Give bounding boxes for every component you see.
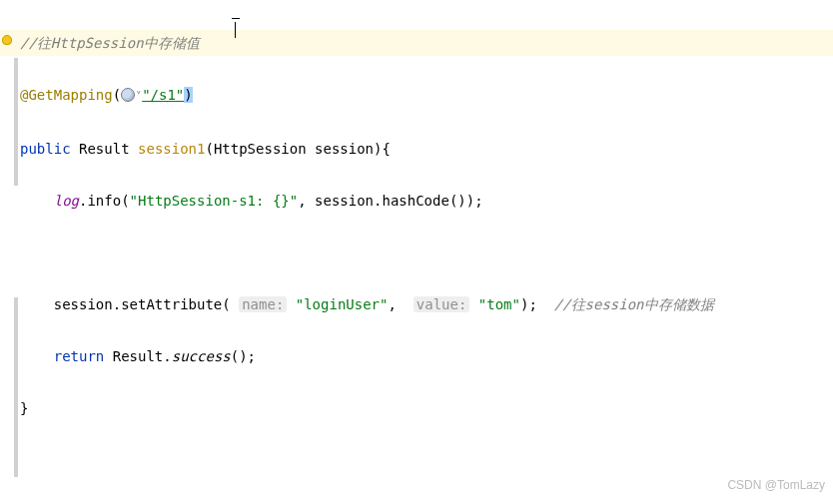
text: Result. — [104, 348, 171, 364]
watermark: CSDN @TomLazy — [727, 472, 825, 498]
string: "loginUser" — [296, 296, 389, 312]
text: ); — [520, 296, 537, 312]
url-mapping-link[interactable]: "/s1" — [142, 87, 184, 103]
globe-icon[interactable] — [121, 88, 135, 102]
code-editor[interactable]: //往HttpSession中存储值 @GetMapping(˅"/s1") p… — [0, 0, 833, 504]
keyword: return — [54, 348, 105, 364]
brace: } — [20, 400, 28, 416]
comment: //往HttpSession中存储值 — [20, 35, 200, 51]
method-fold-gutter[interactable] — [14, 297, 18, 477]
type: Result — [79, 141, 130, 157]
method-name: session1 — [138, 141, 205, 157]
text: (HttpSession session){ — [205, 141, 390, 157]
intention-bulb-icon[interactable] — [2, 35, 14, 47]
method-fold-gutter[interactable] — [14, 58, 18, 186]
text: .info( — [79, 193, 130, 209]
text: (); — [231, 348, 256, 364]
text: , — [388, 296, 405, 312]
text: session.setAttribute( — [54, 296, 231, 312]
keyword: public — [20, 141, 71, 157]
annotation: @GetMapping — [20, 87, 113, 103]
string: "HttpSession-s1: {}" — [130, 193, 299, 209]
selection: ) — [184, 87, 192, 103]
string: "tom" — [478, 296, 520, 312]
text: ( — [113, 87, 121, 103]
param-hint: name: — [239, 296, 287, 312]
comment: //往session中存储数据 — [554, 296, 714, 312]
field-ref: log — [54, 193, 79, 209]
param-hint: value: — [414, 296, 470, 312]
text: , session.hashCode()); — [298, 193, 482, 209]
static-method: success — [172, 348, 231, 364]
text-caret — [235, 22, 237, 38]
